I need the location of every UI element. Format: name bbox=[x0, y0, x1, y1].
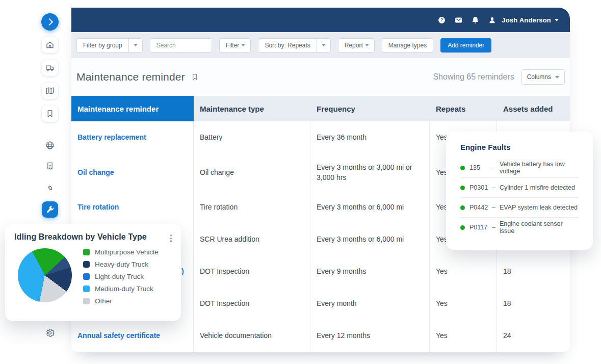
fault-item[interactable]: 135–Vehicle battery has low voltage bbox=[460, 158, 579, 177]
legend-item[interactable]: Light-duty Truck bbox=[83, 270, 159, 282]
cell-type: SCR Urea addition bbox=[194, 223, 310, 255]
column-header[interactable]: Frequency bbox=[310, 96, 430, 121]
legend-item[interactable]: Medium-duty Truck bbox=[83, 282, 159, 295]
help-icon[interactable]: ? bbox=[437, 15, 446, 24]
mail-icon[interactable] bbox=[454, 15, 463, 24]
cell-frequency: Every 9 months bbox=[310, 255, 430, 288]
fault-item[interactable]: P0117–Engine coolant sensor issue bbox=[460, 217, 579, 237]
filter-by-group-select[interactable]: Filter by group bbox=[76, 38, 143, 53]
cell-type: Battery bbox=[194, 121, 310, 153]
user-icon[interactable] bbox=[487, 15, 497, 24]
column-header[interactable]: Maintenance type bbox=[194, 96, 310, 121]
svg-text:?: ? bbox=[440, 17, 443, 22]
cell-reminder[interactable]: Battery replacement bbox=[71, 121, 194, 153]
column-header[interactable]: Assets added bbox=[497, 96, 570, 121]
fault-code: P0117 bbox=[469, 224, 491, 231]
bookmark-icon bbox=[45, 109, 55, 118]
fault-description: EVAP system leak detected bbox=[500, 204, 578, 211]
legend-item[interactable]: Multipurpose Vehicle bbox=[83, 246, 159, 258]
kebab-menu-icon[interactable] bbox=[169, 233, 173, 243]
engine-faults-title: Engine Faults bbox=[460, 143, 579, 151]
sidebar-item-home[interactable] bbox=[42, 37, 58, 53]
fault-dash: – bbox=[492, 224, 495, 231]
fault-dash: – bbox=[492, 184, 495, 191]
chevron-right-icon bbox=[45, 18, 53, 25]
engine-faults-card: Engine Faults 135–Vehicle battery has lo… bbox=[446, 132, 593, 250]
legend-label: Medium-duty Truck bbox=[95, 285, 153, 293]
legend-label: Light-duty Truck bbox=[95, 273, 144, 280]
manage-types-button[interactable]: Manage types bbox=[382, 38, 433, 53]
cell-frequency: Every 36 month bbox=[310, 121, 430, 153]
fault-code: P0442 bbox=[469, 204, 491, 211]
legend-label: Multipurpose Vehicle bbox=[95, 248, 159, 256]
sidebar-item-settings[interactable] bbox=[42, 325, 58, 341]
fault-description: Vehicle battery has low voltage bbox=[500, 161, 579, 175]
search-input[interactable] bbox=[150, 38, 212, 53]
notifications-icon[interactable] bbox=[471, 15, 480, 24]
sidebar-item-vehicles[interactable] bbox=[42, 60, 58, 76]
fault-status-dot bbox=[460, 186, 465, 190]
column-header[interactable]: Maintenance reminder bbox=[71, 96, 194, 121]
table-header-row: Maintenance reminderMaintenance typeFreq… bbox=[71, 96, 570, 121]
cell-assets: 18 bbox=[497, 255, 570, 288]
fault-description: Cylinder 1 misfire detected bbox=[500, 184, 575, 191]
sidebar-expand-button[interactable] bbox=[41, 13, 59, 31]
bookmark-icon[interactable] bbox=[191, 72, 199, 82]
cell-reminder[interactable]: Oil change bbox=[71, 153, 194, 191]
cell-repeats: Yes bbox=[430, 255, 497, 288]
page-header: Maintenance reminder Showing 65 reminder… bbox=[71, 58, 570, 96]
sidebar-item-inspections[interactable] bbox=[42, 158, 58, 174]
cell-reminder[interactable]: Annual safety certificate bbox=[71, 320, 194, 352]
top-navbar: ? Josh Anderson bbox=[71, 8, 570, 32]
legend-item[interactable]: Heavy-duty Truck bbox=[83, 258, 159, 270]
sidebar-item-map[interactable] bbox=[42, 83, 58, 99]
report-dropdown[interactable]: Report bbox=[338, 38, 375, 53]
idling-pie-chart[interactable] bbox=[18, 248, 72, 302]
legend-item[interactable]: Other bbox=[83, 295, 159, 307]
sort-by-select[interactable]: Sort by: Repeats bbox=[258, 38, 330, 53]
cell-reminder[interactable]: Tire rotation bbox=[71, 191, 194, 223]
column-header[interactable]: Repeats bbox=[430, 96, 497, 121]
table-row[interactable]: Annual safety certificateVehicle documen… bbox=[71, 320, 570, 352]
cell-repeats: Yes bbox=[430, 288, 497, 320]
sidebar-item-bookmarks[interactable] bbox=[42, 106, 58, 122]
legend-swatch bbox=[83, 249, 90, 255]
toolbar: Filter by group Filter Sort by: Repeats … bbox=[71, 32, 570, 58]
cell-type: Tire rotation bbox=[194, 191, 310, 223]
idling-legend: Multipurpose VehicleHeavy-duty TruckLigh… bbox=[83, 246, 159, 307]
map-icon bbox=[45, 86, 55, 95]
sidebar-item-web[interactable] bbox=[42, 137, 58, 153]
fault-description: Engine coolant sensor issue bbox=[500, 220, 579, 235]
sidebar-item-connections[interactable] bbox=[42, 179, 58, 196]
columns-button[interactable]: Columns bbox=[521, 69, 565, 85]
chevron-down-icon bbox=[365, 44, 369, 46]
add-reminder-button[interactable]: Add reminder bbox=[440, 38, 491, 53]
legend-swatch bbox=[83, 273, 90, 280]
filter-dropdown[interactable]: Filter bbox=[219, 38, 251, 53]
chevron-down-icon bbox=[555, 76, 559, 79]
legend-swatch bbox=[83, 285, 90, 292]
sort-by-caret[interactable] bbox=[317, 39, 330, 52]
inspection-receipt-icon bbox=[45, 161, 55, 171]
plug-icon bbox=[45, 183, 55, 193]
cell-assets: 24 bbox=[497, 320, 570, 352]
fault-item[interactable]: P0301–Cylinder 1 misfire detected bbox=[460, 177, 579, 197]
screen: ? Josh Anderson Filter by group Filter bbox=[0, 0, 601, 364]
fault-dash: – bbox=[492, 204, 495, 211]
fault-code: 135 bbox=[469, 164, 491, 171]
fault-status-dot bbox=[460, 205, 465, 210]
legend-label: Heavy-duty Truck bbox=[95, 261, 148, 268]
user-name[interactable]: Josh Anderson bbox=[502, 16, 551, 24]
fault-dash: – bbox=[492, 164, 495, 171]
idling-widget-title: Idling Breakdown by Vehicle Type bbox=[14, 232, 172, 242]
page-title: Maintenance reminder bbox=[76, 71, 185, 83]
cell-type: DOT Inspection bbox=[194, 255, 310, 288]
gear-icon bbox=[45, 328, 55, 338]
engine-faults-list: 135–Vehicle battery has low voltageP0301… bbox=[460, 158, 579, 237]
filter-by-group-caret[interactable] bbox=[128, 39, 142, 52]
sidebar-item-maintenance[interactable] bbox=[42, 201, 58, 218]
fault-item[interactable]: P0442–EVAP system leak detected bbox=[460, 197, 579, 217]
cell-frequency: Every 3 months or 6,000 mi bbox=[310, 223, 430, 255]
cell-repeats: Yes bbox=[430, 320, 497, 352]
legend-swatch bbox=[83, 298, 90, 304]
